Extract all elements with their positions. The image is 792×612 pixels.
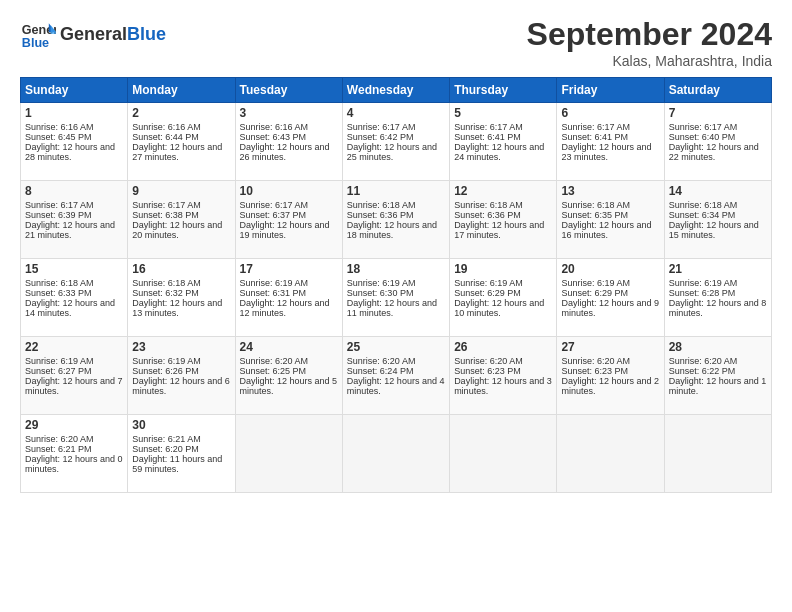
col-monday: Monday <box>128 78 235 103</box>
day-number: 27 <box>561 340 659 354</box>
table-row <box>664 415 771 493</box>
daylight-text: Daylight: 12 hours and 27 minutes. <box>132 142 222 162</box>
table-row: 27Sunrise: 6:20 AMSunset: 6:23 PMDayligh… <box>557 337 664 415</box>
daylight-text: Daylight: 12 hours and 6 minutes. <box>132 376 230 396</box>
daylight-text: Daylight: 12 hours and 9 minutes. <box>561 298 659 318</box>
table-row: 8Sunrise: 6:17 AMSunset: 6:39 PMDaylight… <box>21 181 128 259</box>
table-row: 3Sunrise: 6:16 AMSunset: 6:43 PMDaylight… <box>235 103 342 181</box>
day-number: 21 <box>669 262 767 276</box>
sunset-text: Sunset: 6:24 PM <box>347 366 414 376</box>
daylight-text: Daylight: 12 hours and 5 minutes. <box>240 376 338 396</box>
header-area: General Blue GeneralBlue September 2024 … <box>20 16 772 69</box>
sunrise-text: Sunrise: 6:18 AM <box>669 200 738 210</box>
calendar-week-4: 29Sunrise: 6:20 AMSunset: 6:21 PMDayligh… <box>21 415 772 493</box>
title-area: September 2024 Kalas, Maharashtra, India <box>527 16 772 69</box>
day-number: 13 <box>561 184 659 198</box>
sunrise-text: Sunrise: 6:17 AM <box>561 122 630 132</box>
calendar-week-2: 15Sunrise: 6:18 AMSunset: 6:33 PMDayligh… <box>21 259 772 337</box>
table-row: 21Sunrise: 6:19 AMSunset: 6:28 PMDayligh… <box>664 259 771 337</box>
daylight-text: Daylight: 12 hours and 13 minutes. <box>132 298 222 318</box>
sunrise-text: Sunrise: 6:20 AM <box>240 356 309 366</box>
sunrise-text: Sunrise: 6:18 AM <box>454 200 523 210</box>
sunset-text: Sunset: 6:38 PM <box>132 210 199 220</box>
daylight-text: Daylight: 12 hours and 22 minutes. <box>669 142 759 162</box>
day-number: 8 <box>25 184 123 198</box>
table-row <box>342 415 449 493</box>
daylight-text: Daylight: 12 hours and 17 minutes. <box>454 220 544 240</box>
col-sunday: Sunday <box>21 78 128 103</box>
day-number: 23 <box>132 340 230 354</box>
col-tuesday: Tuesday <box>235 78 342 103</box>
day-number: 3 <box>240 106 338 120</box>
daylight-text: Daylight: 12 hours and 18 minutes. <box>347 220 437 240</box>
sunrise-text: Sunrise: 6:19 AM <box>240 278 309 288</box>
table-row: 15Sunrise: 6:18 AMSunset: 6:33 PMDayligh… <box>21 259 128 337</box>
sunset-text: Sunset: 6:40 PM <box>669 132 736 142</box>
daylight-text: Daylight: 12 hours and 7 minutes. <box>25 376 123 396</box>
daylight-text: Daylight: 12 hours and 16 minutes. <box>561 220 651 240</box>
sunrise-text: Sunrise: 6:19 AM <box>347 278 416 288</box>
daylight-text: Daylight: 12 hours and 3 minutes. <box>454 376 552 396</box>
sunset-text: Sunset: 6:33 PM <box>25 288 92 298</box>
table-row: 24Sunrise: 6:20 AMSunset: 6:25 PMDayligh… <box>235 337 342 415</box>
sunrise-text: Sunrise: 6:17 AM <box>240 200 309 210</box>
day-number: 30 <box>132 418 230 432</box>
table-row: 28Sunrise: 6:20 AMSunset: 6:22 PMDayligh… <box>664 337 771 415</box>
table-row: 5Sunrise: 6:17 AMSunset: 6:41 PMDaylight… <box>450 103 557 181</box>
daylight-text: Daylight: 12 hours and 0 minutes. <box>25 454 123 474</box>
table-row <box>235 415 342 493</box>
sunrise-text: Sunrise: 6:21 AM <box>132 434 201 444</box>
sunrise-text: Sunrise: 6:16 AM <box>132 122 201 132</box>
daylight-text: Daylight: 12 hours and 15 minutes. <box>669 220 759 240</box>
sunset-text: Sunset: 6:26 PM <box>132 366 199 376</box>
sunrise-text: Sunrise: 6:17 AM <box>454 122 523 132</box>
day-number: 4 <box>347 106 445 120</box>
day-number: 11 <box>347 184 445 198</box>
table-row: 18Sunrise: 6:19 AMSunset: 6:30 PMDayligh… <box>342 259 449 337</box>
logo: General Blue GeneralBlue <box>20 16 166 52</box>
table-row: 1Sunrise: 6:16 AMSunset: 6:45 PMDaylight… <box>21 103 128 181</box>
day-number: 1 <box>25 106 123 120</box>
sunset-text: Sunset: 6:32 PM <box>132 288 199 298</box>
logo-icon: General Blue <box>20 16 56 52</box>
daylight-text: Daylight: 12 hours and 8 minutes. <box>669 298 767 318</box>
logo-general: General <box>60 24 127 45</box>
sunset-text: Sunset: 6:23 PM <box>561 366 628 376</box>
logo-blue: Blue <box>127 24 166 45</box>
sunset-text: Sunset: 6:41 PM <box>454 132 521 142</box>
daylight-text: Daylight: 12 hours and 19 minutes. <box>240 220 330 240</box>
sunrise-text: Sunrise: 6:19 AM <box>561 278 630 288</box>
sunrise-text: Sunrise: 6:18 AM <box>25 278 94 288</box>
calendar-body: 1Sunrise: 6:16 AMSunset: 6:45 PMDaylight… <box>21 103 772 493</box>
sunset-text: Sunset: 6:28 PM <box>669 288 736 298</box>
header-row: Sunday Monday Tuesday Wednesday Thursday… <box>21 78 772 103</box>
daylight-text: Daylight: 12 hours and 12 minutes. <box>240 298 330 318</box>
sunset-text: Sunset: 6:31 PM <box>240 288 307 298</box>
sunset-text: Sunset: 6:36 PM <box>347 210 414 220</box>
day-number: 28 <box>669 340 767 354</box>
daylight-text: Daylight: 12 hours and 21 minutes. <box>25 220 115 240</box>
sunrise-text: Sunrise: 6:20 AM <box>347 356 416 366</box>
sunrise-text: Sunrise: 6:18 AM <box>561 200 630 210</box>
sunrise-text: Sunrise: 6:18 AM <box>347 200 416 210</box>
sunset-text: Sunset: 6:27 PM <box>25 366 92 376</box>
sunset-text: Sunset: 6:42 PM <box>347 132 414 142</box>
sunset-text: Sunset: 6:25 PM <box>240 366 307 376</box>
main-container: General Blue GeneralBlue September 2024 … <box>0 0 792 612</box>
sunrise-text: Sunrise: 6:19 AM <box>132 356 201 366</box>
daylight-text: Daylight: 12 hours and 1 minute. <box>669 376 767 396</box>
table-row: 7Sunrise: 6:17 AMSunset: 6:40 PMDaylight… <box>664 103 771 181</box>
table-row: 2Sunrise: 6:16 AMSunset: 6:44 PMDaylight… <box>128 103 235 181</box>
sunrise-text: Sunrise: 6:17 AM <box>25 200 94 210</box>
day-number: 14 <box>669 184 767 198</box>
sunset-text: Sunset: 6:35 PM <box>561 210 628 220</box>
table-row: 30Sunrise: 6:21 AMSunset: 6:20 PMDayligh… <box>128 415 235 493</box>
sunrise-text: Sunrise: 6:20 AM <box>669 356 738 366</box>
daylight-text: Daylight: 12 hours and 25 minutes. <box>347 142 437 162</box>
sunrise-text: Sunrise: 6:17 AM <box>347 122 416 132</box>
table-row: 26Sunrise: 6:20 AMSunset: 6:23 PMDayligh… <box>450 337 557 415</box>
sunrise-text: Sunrise: 6:20 AM <box>561 356 630 366</box>
day-number: 25 <box>347 340 445 354</box>
day-number: 26 <box>454 340 552 354</box>
table-row <box>557 415 664 493</box>
